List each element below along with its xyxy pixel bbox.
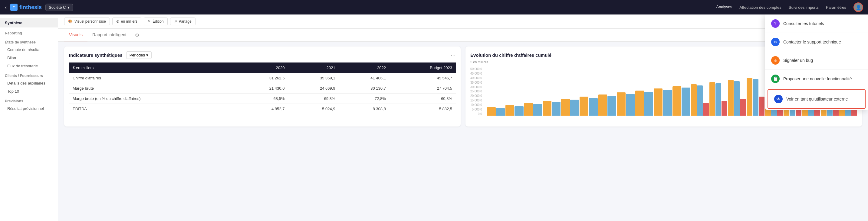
col-header-2020: 2020 [238, 63, 288, 73]
indicators-table: € en milliers 2020 2021 2022 Budget 2023… [69, 63, 456, 114]
milliers-icon: ⊙ [116, 19, 119, 24]
nav-suivi[interactable]: Suivi des imports [789, 5, 819, 10]
period-button[interactable]: Périodes ▾ [126, 51, 152, 59]
dropdown-item-3[interactable]: 📋Proposer une nouvelle fonctionnalité [765, 70, 868, 88]
y-axis-label: 0,0 [470, 112, 483, 116]
chevron-down-icon: ▾ [146, 53, 148, 58]
bar [728, 80, 734, 116]
table-cell-label: Chiffre d'affaires [69, 73, 238, 83]
sidebar: Synthèse Reporting États de synthèse Com… [0, 14, 58, 221]
toolbar: 🎨 Visuel personnalisé ⊙ en milliers ✎ Éd… [58, 14, 868, 29]
col-header-budget: Budget 2023 [390, 63, 456, 73]
panel-header: Indicateurs synthétiques Périodes ▾ ⋯ [69, 51, 456, 59]
dropdown-item-label: Signaler un bug [783, 58, 813, 63]
bar [505, 105, 514, 116]
bar-group [542, 101, 560, 116]
bar [734, 81, 740, 116]
dropdown-item-0[interactable]: ?Consulter les tutoriels [765, 14, 868, 33]
sidebar-item-bilan[interactable]: Bilan [0, 54, 58, 62]
visuel-personnalise-button[interactable]: 🎨 Visuel personnalisé [64, 17, 110, 25]
sidebar-item-flux[interactable]: Flux de trésorerie [0, 62, 58, 70]
tab-rapport-intelligent[interactable]: Rapport intelligent [88, 29, 131, 41]
chevron-down-icon: ▾ [67, 5, 70, 10]
bar [753, 79, 758, 116]
y-axis-label: 5 000,0 [470, 108, 483, 111]
bar-group [505, 105, 523, 116]
dropdown-item-icon: ✉ [771, 38, 780, 46]
bar [663, 90, 672, 116]
table-cell-value: 24 669,9 [288, 83, 339, 94]
bar [703, 103, 709, 116]
more-options-button[interactable]: ⋯ [451, 52, 456, 59]
bar [617, 93, 626, 116]
bar [691, 84, 697, 116]
bar [644, 92, 653, 116]
nav-analyses[interactable]: Analyses [716, 4, 733, 10]
table-cell-value: 4 852,7 [238, 104, 288, 114]
logo-icon: f [10, 4, 18, 11]
bar [533, 104, 542, 116]
sidebar-section-etats: États de synthèse [0, 37, 58, 46]
table-cell-value: 60,8% [390, 94, 456, 104]
bar [487, 107, 496, 116]
edition-button[interactable]: ✎ Édition [144, 17, 168, 25]
table-cell-value: 69,8% [288, 94, 339, 104]
dropdown-item-icon: ⚠ [771, 56, 780, 65]
table-cell-value: 68,5% [238, 94, 288, 104]
col-header-2021: 2021 [288, 63, 339, 73]
bar-group [709, 82, 727, 116]
bar [496, 108, 505, 116]
partage-button[interactable]: ⇗ Partage [170, 17, 195, 25]
table-cell-value: 41 406,1 [339, 73, 390, 83]
bar [715, 83, 721, 116]
sidebar-item-details[interactable]: Détails des auxiliaires [0, 79, 58, 87]
dropdown-item-4[interactable]: 👁Voir en tant qu'utilisateur externe [768, 89, 866, 109]
content-area: 🎨 Visuel personnalisé ⊙ en milliers ✎ Éd… [58, 14, 868, 221]
bar [626, 94, 634, 116]
help-dropdown: ?Consulter les tutoriels✉Contacter le su… [765, 14, 868, 110]
bar [759, 97, 765, 116]
dropdown-item-1[interactable]: ✉Contacter le support technique [765, 33, 868, 51]
table-cell-value: 27 704,5 [390, 83, 456, 94]
bar-group [561, 99, 579, 116]
sidebar-item-top10[interactable]: Top 10 [0, 87, 58, 96]
bar-group [747, 78, 765, 116]
tab-visuels[interactable]: Visuels [64, 29, 88, 41]
nav-parametres[interactable]: Paramètres [826, 5, 846, 10]
indicators-panel: Indicateurs synthétiques Périodes ▾ ⋯ € … [64, 46, 461, 126]
bar [580, 97, 588, 116]
content-tabs: Visuels Rapport intelligent ⚙ [58, 29, 868, 42]
company-selector[interactable]: Société C ▾ [45, 4, 73, 11]
dropdown-item-label: Voir en tant qu'utilisateur externe [786, 97, 848, 102]
dropdown-item-2[interactable]: ⚠Signaler un bug [765, 51, 868, 70]
y-axis-label: 45 000,0 [470, 72, 483, 75]
company-name: Société C [49, 5, 66, 10]
table-cell-label: EBITDA [69, 104, 238, 114]
y-axis-label: 10 000,0 [470, 103, 483, 107]
table-cell-value: 72,8% [339, 94, 390, 104]
bar-group [487, 107, 505, 116]
bar [515, 106, 523, 116]
sidebar-item-synthese[interactable]: Synthèse [0, 18, 58, 28]
y-axis-label: 50 000,0 [470, 67, 483, 71]
settings-icon[interactable]: ⚙ [131, 30, 143, 40]
dropdown-item-icon: ? [771, 19, 780, 28]
bar-group [691, 84, 709, 116]
table-cell-value: 8 308,8 [339, 104, 390, 114]
bar [673, 86, 681, 116]
bar-group [654, 88, 672, 116]
sidebar-item-compte-resultat[interactable]: Compte de résultat [0, 46, 58, 54]
back-button[interactable]: ‹ [5, 4, 7, 10]
topnav: ‹ f finthesis Société C ▾ Analyses Affec… [0, 0, 868, 14]
nav-affectation[interactable]: Affectation des comptes [739, 5, 781, 10]
panel-title: Indicateurs synthétiques [69, 52, 123, 58]
dropdown-item-label: Contacter le support technique [783, 40, 841, 44]
table-row: Marge brute21 430,024 669,930 130,727 70… [69, 83, 456, 94]
sidebar-section-clients: Clients / Fournisseurs [0, 70, 58, 79]
bar [697, 85, 703, 116]
user-avatar-button[interactable]: 👤 [854, 2, 863, 12]
sidebar-item-resultat-previsionnel[interactable]: Résultat prévisionnel [0, 105, 58, 113]
y-axis-label: 25 000,0 [470, 90, 483, 93]
en-milliers-button[interactable]: ⊙ en milliers [112, 17, 141, 25]
bar [721, 101, 727, 116]
